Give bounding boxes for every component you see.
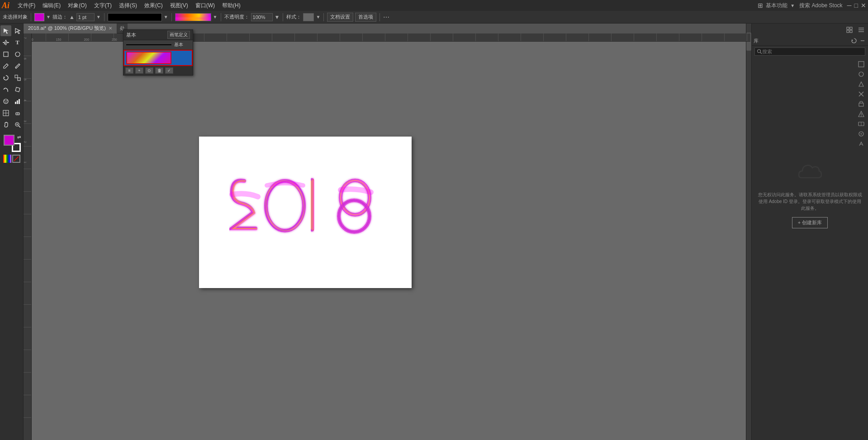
tool-row-brush [0,61,23,71]
select-tool[interactable] [0,25,11,36]
svg-point-50 [758,50,761,53]
rp-tool-8[interactable] [856,129,866,139]
brush-item-colorful[interactable] [123,50,193,66]
eraser-tool[interactable] [12,108,23,118]
svg-rect-1 [4,52,8,57]
brush-define-btn[interactable]: 画笔定义 [167,31,190,39]
pencil-tool[interactable] [12,61,23,71]
rp-tool-3[interactable] [856,79,866,89]
direct-select-tool[interactable] [12,25,23,36]
brush-apply-icon[interactable]: ✓ [165,67,173,74]
rp-list-icon[interactable] [856,25,866,35]
hand-tool[interactable] [0,119,11,130]
menu-help[interactable]: 帮助(H) [218,1,244,10]
doc-tab-close-btn[interactable]: ✕ [109,26,112,31]
rp-tool-2[interactable] [856,69,866,79]
svg-line-51 [760,52,762,54]
stroke-dropdown-icon[interactable]: ▼ [46,14,51,19]
slice-tool[interactable] [0,108,11,118]
column-graph-tool[interactable] [12,96,23,107]
paintbrush-tool[interactable] [0,61,11,71]
type-tool[interactable]: T [12,37,23,48]
menu-text[interactable]: 文字(T) [90,1,115,10]
menu-edit[interactable]: 编辑(E) [39,1,64,10]
fill-color[interactable] [4,135,14,146]
style-box[interactable] [303,13,314,21]
minimize-btn[interactable]: ─ [847,2,852,9]
toolbar-sep-2 [104,13,104,21]
toolbar-sep-6 [323,13,324,21]
color-mode-btn[interactable] [3,155,11,163]
right-search-bar[interactable] [754,47,865,56]
stroke-width-input[interactable] [76,13,95,21]
opacity-stepper[interactable]: ▼ [275,14,280,20]
year-art [199,137,412,288]
menu-window[interactable]: 窗口(W) [192,1,218,10]
doc-settings-btn[interactable]: 文档设置 [327,13,353,22]
svg-point-2 [15,52,20,57]
style-dropdown-icon[interactable]: ▼ [316,14,320,19]
opacity-label: 不透明度： [224,14,249,20]
svg-rect-56 [859,103,863,106]
rp-tool-4[interactable] [856,89,866,99]
brush-panel-title: 基本 [126,32,136,38]
menu-file[interactable]: 文件(F) [14,1,39,10]
menu-profile[interactable]: 基本功能 [766,2,787,9]
stroke-style-preview[interactable] [108,13,162,21]
maximize-btn[interactable]: □ [854,2,858,9]
doc-tab-active[interactable]: 2018.ai* @ 100% (RGB/GPU 预览) ✕ [24,24,117,33]
rp-tool-5[interactable] [856,99,866,109]
toolbar-more-icon[interactable]: ⋯ [383,14,389,21]
brush-preview[interactable] [175,13,211,21]
ellipse-tool[interactable] [12,49,23,60]
zoom-tool[interactable] [12,119,23,130]
brush-dropdown-icon[interactable]: ▼ [213,14,218,19]
toolbar-sep-5 [283,13,283,21]
tool-row-select [0,25,23,36]
library-search-input[interactable] [762,49,863,54]
rect-tool[interactable] [0,49,11,60]
stroke-up-icon[interactable]: ▲ [69,14,75,20]
brush-delete-icon[interactable]: 🗑 [155,67,163,74]
create-library-btn[interactable]: + 创建新库 [792,217,828,228]
menu-object[interactable]: 对象(O) [64,1,90,10]
none-mode-btn[interactable] [12,155,20,163]
symbol-tool[interactable] [0,96,11,107]
rotate-tool[interactable] [0,72,11,83]
profile-dropdown-icon[interactable]: ▼ [790,3,795,8]
rp-tool-1[interactable] [856,59,866,69]
rp-tool-7[interactable] [856,119,866,129]
toolbar-sep-3 [171,13,172,21]
brush-item-basic[interactable]: 基本 [123,40,193,50]
rp-tool-6[interactable] [856,109,866,119]
right-panels: 库 [751,24,868,440]
menu-right-area: ⊞ 基本功能 ▼ 搜索 Adobe Stock ─ □ ✕ [758,2,866,9]
stroke-color-box[interactable] [34,13,44,21]
rp-sync-icon[interactable] [850,37,858,44]
brush-options-icon[interactable]: ⊙ [145,67,153,74]
basic-brush-label: 基本 [174,42,183,48]
menu-view[interactable]: 视图(V) [166,1,192,10]
right-scrollbar[interactable] [746,24,751,440]
brush-menu-icon[interactable]: ≡ [125,67,133,74]
swap-colors-icon[interactable]: ⇄ [17,135,21,140]
free-transform-tool[interactable] [12,84,23,95]
stroke-unit-dropdown[interactable]: ▼ [96,14,101,19]
pen-tool[interactable] [0,37,11,48]
menu-effect[interactable]: 效果(C) [141,1,166,10]
preferences-btn[interactable]: 首选项 [355,13,376,22]
artboard [199,137,412,288]
brush-new-icon[interactable]: + [135,67,143,74]
stroke-style-dropdown[interactable]: ▼ [164,14,168,19]
icon-expand[interactable]: ⊞ [758,2,763,9]
rp-grid-icon[interactable] [844,25,854,35]
warp-tool[interactable] [0,84,11,95]
rp-collapse-icon[interactable] [859,37,866,44]
close-btn[interactable]: ✕ [861,2,866,9]
opacity-input[interactable] [251,13,273,21]
rp-tools-vertical [752,57,868,151]
rp-tool-9[interactable] [856,139,866,149]
menu-select[interactable]: 选择(S) [115,1,141,10]
svg-rect-44 [850,30,852,33]
scale-tool[interactable] [12,72,23,83]
